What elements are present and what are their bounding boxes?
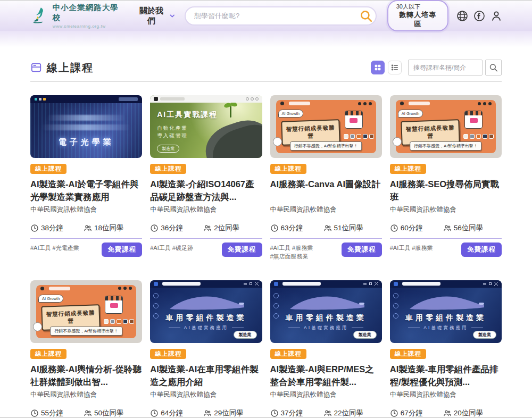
course-duration: 67分鐘 bbox=[390, 408, 443, 418]
facebook-button[interactable] bbox=[473, 10, 486, 22]
user-account-button[interactable] bbox=[490, 10, 503, 22]
users-icon bbox=[84, 409, 92, 417]
students-value: 2位同學 bbox=[214, 223, 239, 233]
course-search-button[interactable] bbox=[485, 60, 502, 76]
clock-icon bbox=[390, 224, 398, 232]
course-title[interactable]: AI製造業-AI在車用零組件製造之應用介紹 bbox=[150, 363, 262, 388]
thumbnail-address-bar bbox=[119, 97, 138, 101]
close-icon bbox=[375, 282, 378, 286]
course-thumbnail[interactable]: 車用零組件製造業 AI基礎實務應用 製造業 bbox=[270, 280, 382, 343]
course-thumbnail[interactable]: AI Growth 智慧行銷成長致勝營 行銷不靠感覺，AI幫你精準出擊！ bbox=[270, 95, 382, 158]
course-card[interactable]: 電子光學業 線上課程 AI製造業-AI於電子零組件與光學製造業實務應用 中華民國… bbox=[30, 95, 142, 261]
duration-value: 37分鐘 bbox=[281, 408, 303, 418]
list-view-button[interactable] bbox=[388, 61, 402, 74]
free-course-button[interactable]: 免費課程 bbox=[342, 243, 382, 257]
course-thumbnail[interactable]: AI工具實戰課程 自動化產業 導入碳管理 製造業 bbox=[150, 95, 262, 158]
storefront-graphic bbox=[345, 111, 363, 129]
header-search[interactable] bbox=[185, 6, 377, 26]
section-header: 線上課程 bbox=[30, 60, 502, 76]
thumbnail-tagline: 行銷不靠感覺，AI幫你精準出擊！ bbox=[50, 327, 122, 336]
nav-about-menu[interactable]: 關於我們 bbox=[136, 6, 176, 26]
header-search-input[interactable] bbox=[194, 12, 359, 20]
course-students: 18位同學 bbox=[84, 223, 124, 233]
clock-icon bbox=[150, 409, 159, 417]
course-students: 29位同學 bbox=[203, 408, 244, 418]
students-value: 20位同學 bbox=[454, 408, 484, 418]
course-thumbnail[interactable]: 電子光學業 bbox=[30, 95, 142, 158]
course-card[interactable]: 車用零組件製造業 AI基礎實務應用 製造業 線上課程 AI製造業-AI在車用零組… bbox=[150, 280, 262, 418]
maximize-icon bbox=[489, 282, 492, 285]
minimize-icon bbox=[244, 283, 247, 285]
course-title[interactable]: AI製造業-AI於電子零組件與光學製造業實務應用 bbox=[30, 178, 142, 203]
course-title[interactable]: AI服務業-Canva AI圖像設計 bbox=[270, 178, 382, 203]
course-search-input[interactable] bbox=[408, 60, 483, 76]
search-icon bbox=[488, 63, 498, 72]
course-students: 2位同學 bbox=[203, 223, 239, 233]
course-thumbnail[interactable]: AI Growth 智慧行銷成長致勝營 行銷不靠感覺，AI幫你精準出擊！ bbox=[30, 280, 142, 343]
course-card[interactable]: AI Growth 智慧行銷成長致勝營 行銷不靠感覺，AI幫你精準出擊！ 線上課… bbox=[390, 95, 502, 261]
facebook-icon bbox=[473, 10, 486, 22]
duration-value: 64分鐘 bbox=[161, 408, 183, 418]
site-logo[interactable]: 中小企業網路大學校 www.smelearning.org.tw bbox=[30, 3, 124, 29]
clock-icon bbox=[30, 409, 39, 417]
course-title[interactable]: AI製造業-AI與ERP/MES之整合於車用零組件製... bbox=[270, 363, 382, 388]
free-course-button[interactable]: 免費課程 bbox=[461, 243, 502, 257]
thumbnail-browser-bar bbox=[36, 285, 136, 292]
card-footer: #AI工具 #服務業 #無店面服務業 免費課程 bbox=[270, 243, 382, 261]
course-students: 50位同學 bbox=[84, 408, 124, 418]
chevron-down-icon bbox=[169, 12, 176, 20]
course-card[interactable]: AI Growth 智慧行銷成長致勝營 行銷不靠感覺，AI幫你精準出擊！ 線上課… bbox=[270, 95, 382, 261]
thumbnail-window-bar bbox=[270, 280, 382, 288]
grid-view-icon bbox=[373, 63, 382, 72]
course-title[interactable]: AI服務業-SEO搜尋佈局實戰班 bbox=[390, 178, 502, 203]
sprout-graphic bbox=[230, 106, 231, 118]
course-card[interactable]: AI Growth 智慧行銷成長致勝營 行銷不靠感覺，AI幫你精準出擊！ 線上課… bbox=[30, 280, 142, 418]
course-type-badge: 線上課程 bbox=[150, 349, 186, 359]
thumbnail-glow-line bbox=[41, 124, 131, 130]
course-type-badge: 線上課程 bbox=[30, 164, 66, 174]
car-silhouette-graphic bbox=[286, 293, 367, 312]
course-tags: #AI工具 #服務業 bbox=[390, 243, 433, 253]
thumbnail-industry-badge: 製造業 bbox=[234, 331, 257, 339]
course-thumbnail[interactable]: 車用零組件製造業 AI基礎實務應用 製造業 bbox=[390, 280, 502, 343]
site-header: 中小企業網路大學校 www.smelearning.org.tw 關於我們 30… bbox=[0, 1, 532, 31]
duration-value: 60分鐘 bbox=[401, 223, 423, 233]
course-title[interactable]: AI服務業-AI輿情分析-從聆聽社群媒體到做出智... bbox=[30, 363, 142, 388]
promo-button[interactable]: 30人以下 數轉人培專區 bbox=[387, 0, 448, 31]
window-controls bbox=[363, 282, 378, 286]
clock-icon bbox=[390, 409, 398, 417]
course-type-badge: 線上課程 bbox=[30, 349, 66, 359]
free-course-button[interactable]: 免費課程 bbox=[102, 243, 142, 257]
ai-growth-bubble: AI Growth bbox=[398, 110, 423, 118]
users-icon bbox=[203, 224, 212, 232]
car-silhouette-graphic bbox=[405, 293, 486, 312]
course-tags: #AI工具 #光電產業 bbox=[30, 243, 79, 253]
course-title[interactable]: AI製造業-車用零組件產品排程/製程優化與預測... bbox=[390, 363, 502, 388]
course-type-badge: 線上課程 bbox=[270, 349, 306, 359]
courses-panel-icon bbox=[30, 62, 42, 73]
course-grid: 電子光學業 線上課程 AI製造業-AI於電子零組件與光學製造業實務應用 中華民國… bbox=[30, 95, 502, 418]
course-type-badge: 線上課程 bbox=[390, 164, 426, 174]
language-globe-button[interactable] bbox=[456, 10, 469, 22]
course-provider: 中華民國資訊軟體協會 bbox=[30, 205, 142, 214]
free-course-button[interactable]: 免費課程 bbox=[222, 243, 262, 257]
grid-view-button[interactable] bbox=[371, 61, 385, 74]
course-students: 20位同學 bbox=[443, 408, 484, 418]
course-card[interactable]: AI工具實戰課程 自動化產業 導入碳管理 製造業 線上課程 AI製造業-介紹IS… bbox=[150, 95, 262, 261]
course-card[interactable]: 車用零組件製造業 AI基礎實務應用 製造業 線上課程 AI製造業-AI與ERP/… bbox=[270, 280, 382, 418]
storefront-graphic bbox=[464, 111, 483, 129]
search-icon bbox=[359, 9, 373, 23]
tags-line: #AI工具 #光電產業 bbox=[30, 244, 79, 253]
course-thumbnail[interactable]: AI Growth 智慧行銷成長致勝營 行銷不靠感覺，AI幫你精準出擊！ bbox=[390, 95, 502, 158]
header-search-button[interactable] bbox=[359, 9, 373, 23]
card-divider bbox=[150, 238, 262, 239]
card-divider bbox=[270, 238, 382, 239]
course-card[interactable]: 車用零組件製造業 AI基礎實務應用 製造業 線上課程 AI製造業-車用零組件產品… bbox=[390, 280, 502, 418]
page: 中小企業網路大學校 www.smelearning.org.tw 關於我們 30… bbox=[0, 0, 532, 418]
users-icon bbox=[203, 409, 212, 417]
window-controls bbox=[244, 282, 259, 286]
course-title[interactable]: AI製造業-介紹ISO14067產品碳足跡盤查方法與... bbox=[150, 178, 262, 203]
color-swatches bbox=[344, 134, 374, 139]
header-fade bbox=[0, 31, 532, 49]
course-thumbnail[interactable]: 車用零組件製造業 AI基礎實務應用 製造業 bbox=[150, 280, 262, 343]
